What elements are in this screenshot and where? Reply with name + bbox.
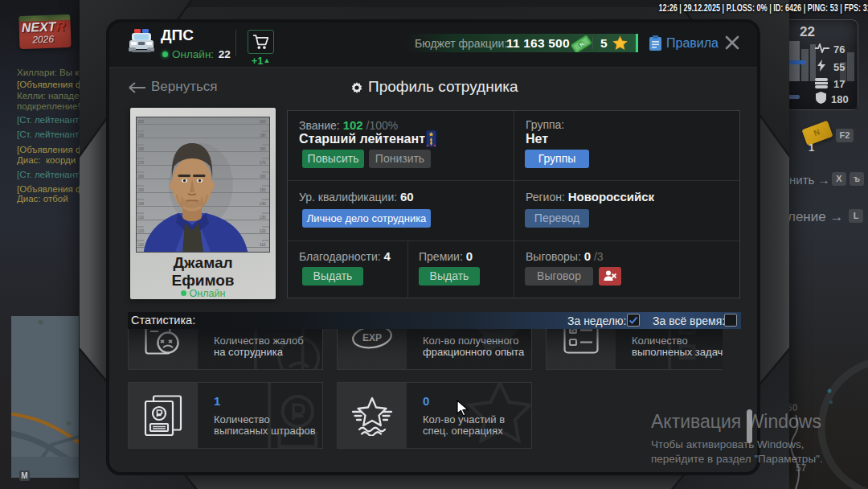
svg-text:170: 170: [138, 161, 145, 165]
svg-text:160: 160: [260, 175, 266, 179]
svg-text:200: 200: [260, 120, 266, 124]
svg-text:130: 130: [260, 216, 266, 220]
svg-text:180: 180: [138, 147, 145, 151]
svg-text:180: 180: [260, 147, 266, 151]
svg-text:190: 190: [138, 134, 145, 138]
svg-text:150: 150: [260, 188, 266, 192]
svg-text:120: 120: [138, 229, 145, 233]
svg-text:120: 120: [260, 229, 266, 233]
svg-text:160: 160: [138, 175, 145, 179]
svg-text:130: 130: [138, 216, 145, 220]
svg-text:140: 140: [260, 202, 266, 206]
svg-text:200: 200: [138, 120, 145, 124]
svg-text:140: 140: [138, 202, 145, 206]
svg-text:190: 190: [260, 134, 266, 138]
svg-text:EXP: EXP: [362, 332, 382, 343]
svg-text:EXP: EXP: [481, 333, 510, 349]
svg-text:110: 110: [260, 243, 266, 247]
svg-text:170: 170: [260, 161, 266, 165]
svg-text:150: 150: [138, 188, 145, 192]
svg-text:110: 110: [138, 243, 145, 247]
